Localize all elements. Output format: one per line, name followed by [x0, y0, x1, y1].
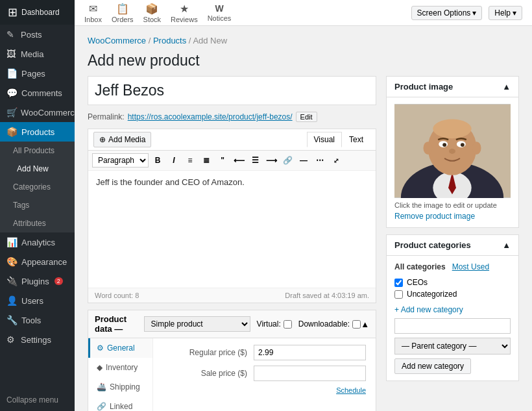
category-item-ceos: CEOs — [394, 277, 511, 288]
tab-visual[interactable]: Visual — [307, 132, 342, 147]
pd-tab-inventory[interactable]: ◆ Inventory — [88, 358, 152, 377]
sidebar-item-all-products[interactable]: All Products — [0, 142, 75, 160]
blockquote-button[interactable]: " — [215, 153, 230, 168]
fullscreen-button[interactable]: ⤢ — [329, 153, 343, 168]
sidebar-label-settings: Settings — [21, 335, 51, 345]
topbar-orders-label: Orders — [112, 16, 134, 23]
shipping-tab-icon: 🚢 — [97, 382, 106, 392]
remove-product-image-link[interactable]: Remove product image — [394, 212, 475, 221]
downloadable-checkbox[interactable] — [352, 320, 361, 329]
category-search-input[interactable] — [394, 318, 511, 334]
sidebar-label-media: Media — [21, 49, 43, 59]
notices-icon: W — [215, 3, 223, 14]
svg-point-11 — [461, 143, 465, 147]
pd-tab-shipping[interactable]: 🚢 Shipping — [88, 377, 152, 397]
collapse-menu[interactable]: Collapse menu — [0, 389, 75, 411]
virtual-checkbox[interactable] — [284, 320, 292, 329]
add-category-button[interactable]: Add new category — [394, 358, 471, 374]
sidebar-item-tools[interactable]: 🔧 Tools — [0, 310, 75, 330]
category-label-uncategorized: Uncategorized — [407, 290, 457, 299]
tools-icon: 🔧 — [6, 315, 18, 325]
align-center-button[interactable]: ☰ — [248, 153, 262, 168]
horizontal-rule-button[interactable]: — — [296, 153, 311, 168]
product-title-input[interactable] — [88, 76, 376, 105]
product-categories-collapse-icon[interactable]: ▲ — [502, 240, 511, 250]
category-checkbox-ceos[interactable] — [394, 279, 403, 287]
sidebar-item-comments[interactable]: 💬 Comments — [0, 83, 75, 103]
sidebar-item-add-new[interactable]: Add New — [0, 160, 75, 178]
topbar-notices-label: Notices — [208, 14, 232, 22]
permalink-url[interactable]: https://ros.acoolexample.site/product/je… — [128, 112, 293, 121]
breadcrumb-woocommerce[interactable]: WooCommerce — [88, 36, 146, 45]
sidebar-item-tags[interactable]: Tags — [0, 196, 75, 214]
regular-price-row: Regular price ($) — [163, 345, 366, 360]
tab-all-categories[interactable]: All categories — [394, 262, 446, 271]
product-data-header-left: Product data — Simple product Variable p… — [95, 314, 361, 334]
parent-category-select[interactable]: — Parent category — — [394, 338, 511, 355]
permalink-edit-label: Edit — [300, 113, 313, 121]
pd-tab-linked[interactable]: 🔗 Linked — [88, 397, 152, 411]
paragraph-select[interactable]: Paragraph — [92, 153, 149, 168]
italic-button[interactable]: I — [167, 153, 181, 168]
sidebar-item-products[interactable]: 📦 Products — [0, 122, 75, 142]
product-type-select[interactable]: Simple product Variable product Grouped … — [144, 316, 250, 332]
sidebar-label-plugins: Plugins — [21, 277, 49, 286]
sidebar-item-pages[interactable]: 📄 Pages — [0, 64, 75, 83]
editor-body[interactable]: Jeff is the founder and CEO of Amazon. — [88, 171, 376, 288]
regular-price-input[interactable] — [254, 345, 366, 360]
topbar-icons: ✉ Inbox 📋 Orders 📦 Stock ★ Reviews W Not… — [84, 3, 231, 23]
sidebar-item-categories[interactable]: Categories — [0, 178, 75, 196]
main-area: ✉ Inbox 📋 Orders 📦 Stock ★ Reviews W Not… — [75, 0, 532, 411]
sidebar-item-appearance[interactable]: 🎨 Appearance — [0, 252, 75, 271]
all-products-label: All Products — [13, 146, 54, 155]
topbar-inbox[interactable]: ✉ Inbox — [84, 3, 102, 23]
product-image[interactable] — [394, 104, 511, 198]
topbar-reviews[interactable]: ★ Reviews — [171, 3, 198, 23]
sidebar-logo[interactable]: ⊞ Dashboard — [0, 0, 75, 25]
tab-most-used[interactable]: Most Used — [452, 262, 489, 271]
link-button[interactable]: 🔗 — [280, 153, 295, 168]
sidebar-item-media[interactable]: 🖼 Media — [0, 44, 75, 64]
align-left-button[interactable]: ⟵ — [232, 153, 246, 168]
sidebar-item-woocommerce[interactable]: 🛒 WooCommerce — [0, 103, 75, 122]
sidebar-item-posts[interactable]: ✎ Posts — [0, 25, 75, 44]
topbar-orders[interactable]: 📋 Orders — [112, 3, 134, 23]
bold-button[interactable]: B — [151, 153, 165, 168]
users-icon: 👤 — [6, 295, 18, 306]
product-data-collapse-icon[interactable]: ▲ — [361, 319, 369, 329]
unordered-list-button[interactable]: ≡ — [183, 153, 197, 168]
permalink-prefix: Permalink: — [88, 112, 125, 121]
permalink-edit-button[interactable]: Edit — [296, 112, 317, 122]
inventory-tab-label: Inventory — [106, 363, 138, 372]
pd-tab-general[interactable]: ⚙ General — [88, 338, 152, 358]
add-media-button[interactable]: ⊕ Add Media — [93, 132, 151, 147]
screen-options-button[interactable]: Screen Options ▾ — [411, 6, 483, 20]
svg-point-6 — [424, 142, 433, 155]
sidebar-item-users[interactable]: 👤 Users — [0, 291, 75, 310]
sidebar-item-settings[interactable]: ⚙ Settings — [0, 330, 75, 349]
help-button[interactable]: Help ▾ — [489, 6, 522, 20]
align-right-button[interactable]: ⟶ — [264, 153, 278, 168]
product-data-label: Product data — — [95, 314, 138, 334]
product-categories-content: All categories Most Used CEOs Uncategori… — [387, 256, 518, 380]
add-new-category-link[interactable]: + Add new category — [394, 305, 511, 314]
categories-tabs: All categories Most Used — [394, 262, 511, 271]
tab-text[interactable]: Text — [342, 132, 370, 147]
more-button[interactable]: ⋯ — [313, 153, 327, 168]
plugins-badge: 2 — [54, 277, 63, 285]
topbar-stock[interactable]: 📦 Stock — [143, 3, 162, 23]
sidebar-item-plugins[interactable]: 🔌 Plugins 2 — [0, 271, 75, 291]
topbar-notices[interactable]: W Notices — [208, 3, 232, 22]
sidebar-item-attributes[interactable]: Attributes — [0, 214, 75, 232]
product-image-collapse-icon[interactable]: ▲ — [502, 82, 511, 92]
product-categories-box: Product categories ▲ All categories Most… — [386, 234, 519, 381]
sidebar-item-analytics[interactable]: 📊 Analytics — [0, 232, 75, 252]
sale-price-input[interactable] — [254, 366, 366, 381]
woocommerce-icon: 🛒 — [6, 107, 17, 118]
svg-point-13 — [433, 119, 471, 139]
ordered-list-button[interactable]: ≣ — [199, 153, 213, 168]
category-checkbox-uncategorized[interactable] — [394, 290, 403, 299]
breadcrumb-products[interactable]: Products — [153, 36, 186, 45]
schedule-link[interactable]: Schedule — [254, 386, 366, 394]
add-category-btn-label: Add new category — [402, 362, 464, 371]
